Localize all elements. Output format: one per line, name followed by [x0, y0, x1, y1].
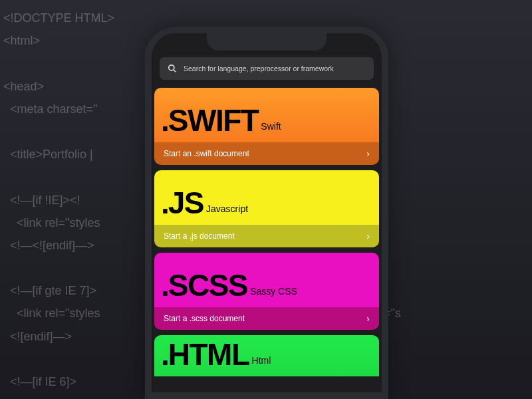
card-js-ext: JS: [168, 188, 203, 218]
card-scss-lang: Sassy CSS: [250, 286, 297, 297]
phone-notch: [207, 33, 327, 51]
card-swift-action[interactable]: Start an .swift document ›: [154, 142, 379, 165]
card-swift-action-label: Start an .swift document: [164, 149, 249, 158]
card-js-action[interactable]: Start a .js document ›: [154, 225, 379, 247]
card-scss-ext: SCSS: [168, 270, 247, 301]
card-scss[interactable]: . SCSS Sassy CSS Start a .scss document …: [154, 253, 379, 330]
chevron-right-icon: ›: [366, 313, 370, 324]
card-swift[interactable]: . SWIFT Swift Start an .swift document ›: [154, 88, 379, 165]
card-js-header: . JS Javascript: [154, 170, 379, 225]
card-js-action-label: Start a .js document: [164, 231, 235, 241]
svg-point-0: [169, 65, 174, 70]
search-placeholder: Search for language, preprocessor or fra…: [184, 65, 334, 72]
svg-line-1: [174, 70, 176, 72]
card-html[interactable]: . HTML Html: [154, 335, 379, 376]
card-swift-lang: Swift: [261, 121, 281, 132]
card-swift-ext: SWIFT: [168, 105, 259, 136]
card-js-lang: Javascript: [206, 203, 248, 214]
phone-frame: Search for language, preprocessor or fra…: [145, 27, 388, 399]
card-js[interactable]: . JS Javascript Start a .js document ›: [154, 170, 379, 247]
card-swift-header: . SWIFT Swift: [154, 88, 379, 142]
card-scss-action[interactable]: Start a .scss document ›: [154, 307, 379, 330]
card-html-header: . HTML Html: [154, 335, 379, 376]
search-input[interactable]: Search for language, preprocessor or fra…: [160, 57, 374, 80]
phone-screen: Search for language, preprocessor or fra…: [152, 33, 382, 392]
card-scss-header: . SCSS Sassy CSS: [154, 253, 379, 307]
chevron-right-icon: ›: [366, 231, 370, 241]
card-html-ext: HTML: [168, 339, 249, 370]
language-card-list: . SWIFT Swift Start an .swift document ›…: [154, 88, 379, 392]
chevron-right-icon: ›: [366, 148, 370, 159]
card-scss-action-label: Start a .scss document: [164, 314, 245, 323]
card-html-lang: Html: [252, 355, 271, 366]
search-icon: [168, 64, 177, 73]
